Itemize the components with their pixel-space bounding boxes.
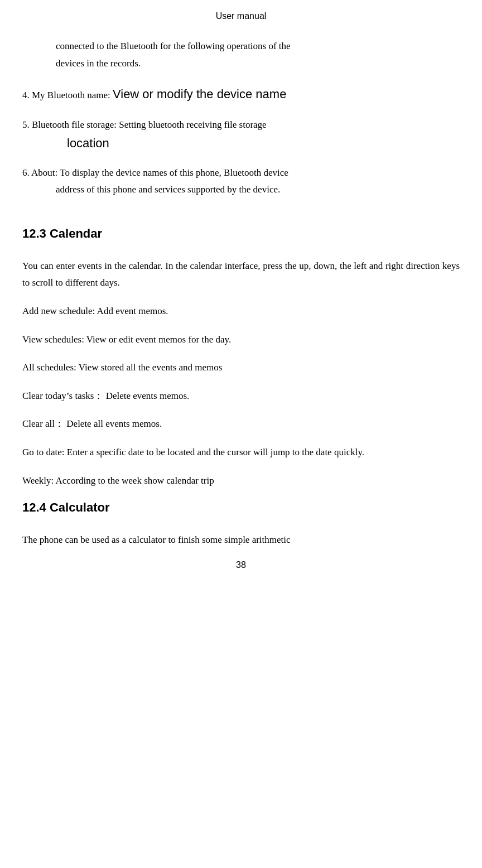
- item6-first-line: 6. About: To display the device names of…: [22, 165, 460, 182]
- item5-indent: location: [67, 133, 460, 153]
- calendar-para-5: Clear today’s tasks： Delete events memos…: [22, 388, 460, 405]
- item-6: 6. About: To display the device names of…: [22, 165, 460, 199]
- intro-line2: devices in the records.: [56, 58, 141, 69]
- intro-paragraph: connected to the Bluetooth for the follo…: [56, 38, 460, 72]
- divider-after-12-3-heading: [22, 252, 460, 258]
- calendar-para-6: Clear all： Delete all events memos.: [22, 416, 460, 433]
- calendar-para-8: Weekly: According to the week show calen…: [22, 472, 460, 490]
- calendar-para-4: All schedules: View stored all the event…: [22, 359, 460, 377]
- page-header: User manual: [22, 11, 460, 21]
- section-12-4-heading: 12.4 Calculator: [22, 500, 460, 515]
- divider-after-12-4-heading: [22, 526, 460, 532]
- calendar-para-2: Add new schedule: Add event memos.: [22, 303, 460, 320]
- section-12-3-heading: 12.3 Calendar: [22, 226, 460, 241]
- header-title: User manual: [216, 11, 267, 21]
- calendar-para-3: View schedules: View or edit event memos…: [22, 331, 460, 349]
- item5-label: 5. Bluetooth file storage:: [22, 119, 119, 130]
- item-5: 5. Bluetooth file storage: Setting bluet…: [22, 117, 460, 153]
- calculator-para-1: The phone can be used as a calculator to…: [22, 532, 460, 549]
- item5-large-text: Setting bluetooth receiving file storage: [119, 119, 266, 130]
- item6-indent: address of this phone and services suppo…: [56, 181, 460, 199]
- item-4: 4. My Bluetooth name: View or modify the…: [22, 83, 460, 105]
- page-number: 38: [22, 560, 460, 570]
- item5-first-line: 5. Bluetooth file storage: Setting bluet…: [22, 117, 460, 134]
- calendar-para-1: You can enter events in the calendar. In…: [22, 258, 460, 292]
- intro-line1: connected to the Bluetooth for the follo…: [56, 41, 291, 51]
- item4-large-text: View or modify the device name: [113, 87, 286, 101]
- divider-before-12-3: [22, 215, 460, 221]
- page-container: User manual connected to the Bluetooth f…: [0, 0, 482, 868]
- calendar-para-7: Go to date: Enter a specific date to be …: [22, 444, 460, 461]
- item4-label: 4. My Bluetooth name:: [22, 90, 113, 100]
